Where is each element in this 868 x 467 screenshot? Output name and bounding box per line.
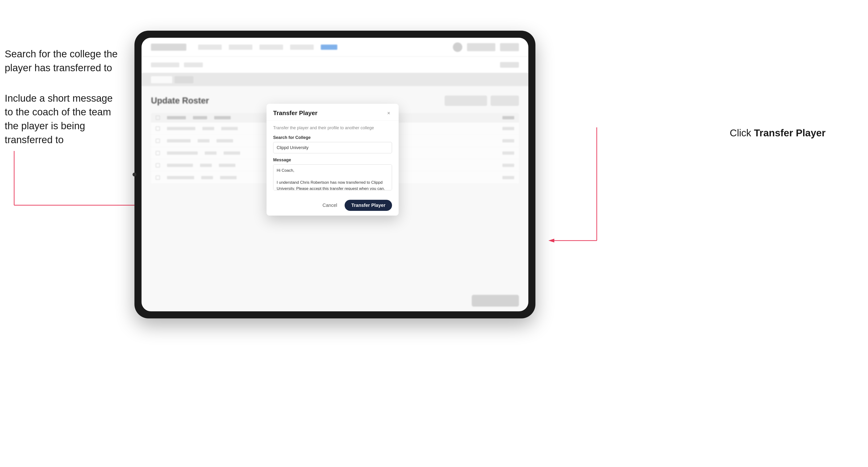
row2-name xyxy=(167,139,191,143)
cancel-button[interactable]: Cancel xyxy=(319,201,341,210)
row3-action xyxy=(502,151,514,155)
tablet-screen: Update Roster xyxy=(142,38,528,311)
modal-body: Transfer the player and their profile to… xyxy=(267,121,399,196)
row3-checkbox xyxy=(156,151,160,155)
modal-footer: Cancel Transfer Player xyxy=(267,196,399,216)
row3-year xyxy=(224,151,240,155)
nav-item-more xyxy=(321,44,337,50)
th-year xyxy=(214,116,231,119)
row5-name xyxy=(167,176,194,179)
nav-item-teams xyxy=(229,44,252,50)
th-pos xyxy=(193,116,207,119)
subheader xyxy=(142,57,528,73)
tab-item-active xyxy=(151,76,172,83)
nav-action-btn xyxy=(467,43,495,51)
row4-year xyxy=(219,164,236,167)
row1-checkbox xyxy=(156,126,160,131)
annotation-search-text: Search for the college the player has tr… xyxy=(5,47,130,75)
row4-pos xyxy=(200,164,212,167)
annotation-click-prefix: Click xyxy=(730,127,754,138)
row5-checkbox xyxy=(156,176,160,180)
row1-year xyxy=(221,127,238,130)
header-checkbox xyxy=(156,116,160,120)
page-action-buttons xyxy=(445,96,519,106)
nav-right xyxy=(453,42,519,52)
annotation-right: Click Transfer Player xyxy=(730,127,826,139)
tablet-device: Update Roster xyxy=(134,31,535,318)
row2-year xyxy=(217,139,233,143)
tab-item-2 xyxy=(175,76,193,83)
svg-marker-4 xyxy=(549,239,554,243)
row3-name xyxy=(167,151,198,155)
annotation-transfer-player-bold: Transfer Player xyxy=(754,127,826,138)
row1-action xyxy=(502,127,514,130)
search-college-label: Search for College xyxy=(273,135,392,140)
subheader-item-2 xyxy=(184,63,203,67)
transfer-player-button[interactable]: Transfer Player xyxy=(345,200,392,211)
nav-avatar xyxy=(453,42,462,52)
th-name xyxy=(167,116,186,119)
annotation-left: Search for the college the player has tr… xyxy=(5,47,130,163)
row5-action xyxy=(502,176,514,179)
row2-action xyxy=(502,139,514,143)
modal-header: Transfer Player × xyxy=(267,104,399,121)
row1-pos xyxy=(203,127,214,130)
message-label: Message xyxy=(273,158,392,162)
nav-items xyxy=(198,44,441,50)
nav-item-communities xyxy=(198,44,222,50)
transfer-player-modal: Transfer Player × Transfer the player an… xyxy=(267,104,399,216)
annotation-message-text: Include a short messageto the coach of t… xyxy=(5,92,130,147)
row2-pos xyxy=(198,139,210,143)
action-btn-2 xyxy=(491,96,519,106)
bottom-bar xyxy=(472,295,519,307)
row4-name xyxy=(167,164,193,167)
subheader-right-btn xyxy=(500,62,519,68)
row1-name xyxy=(167,127,195,130)
row4-checkbox xyxy=(156,163,160,167)
search-college-input[interactable] xyxy=(273,142,392,153)
subheader-item-1 xyxy=(151,63,179,67)
row5-pos xyxy=(201,176,213,179)
tablet-side-button xyxy=(132,173,136,177)
nav-bar xyxy=(142,38,528,57)
tab-bar xyxy=(142,73,528,86)
bottom-action-btn xyxy=(472,295,519,307)
nav-item-recruiting xyxy=(290,44,314,50)
row5-year xyxy=(220,176,237,179)
message-textarea[interactable]: Hi Coach, I understand Chris Robertson h… xyxy=(273,164,392,190)
nav-item-statistics xyxy=(259,44,283,50)
nav-secondary-btn xyxy=(500,43,519,51)
modal-title: Transfer Player xyxy=(273,110,317,117)
action-btn-1 xyxy=(445,96,487,106)
row2-checkbox xyxy=(156,139,160,143)
modal-close-button[interactable]: × xyxy=(385,110,392,117)
modal-subtitle: Transfer the player and their profile to… xyxy=(273,125,392,130)
row4-action xyxy=(502,164,514,167)
th-action xyxy=(502,116,514,119)
nav-logo xyxy=(151,44,186,51)
page-title: Update Roster xyxy=(151,96,209,106)
row3-pos xyxy=(205,151,217,155)
